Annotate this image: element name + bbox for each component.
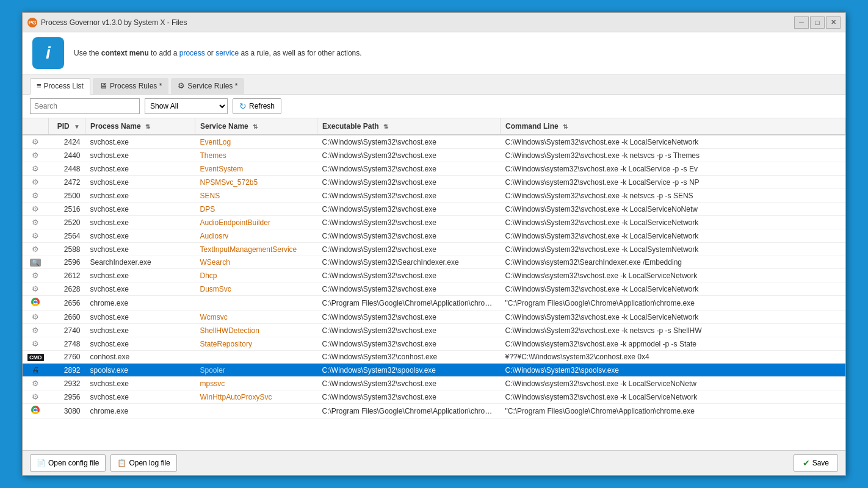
refresh-button[interactable]: ↻ Refresh	[233, 98, 281, 114]
close-button[interactable]: ✕	[826, 16, 841, 29]
table-row[interactable]: ⚙ 2628 svchost.exe DusmSvc C:\Windows\Sy…	[23, 282, 845, 296]
table-row[interactable]: ⚙ 2424 svchost.exe EventLog C:\Windows\S…	[23, 135, 845, 149]
table-row[interactable]: ⚙ 2520 svchost.exe AudioEndpointBuilder …	[23, 216, 845, 229]
row-pid: 2740	[49, 324, 85, 337]
col-header-path[interactable]: Executable Path ⇅	[317, 118, 501, 135]
show-all-select[interactable]: Show All Show Services Show Non-Services	[145, 98, 228, 114]
tab-process-rules-label: Process Rules *	[110, 82, 162, 90]
table-row[interactable]: 🖨 2892 spoolsv.exe Spooler C:\Windows\Sy…	[23, 364, 845, 377]
open-config-button[interactable]: 📄 Open config file	[30, 454, 106, 472]
cmd-sort-arrow: ⇅	[563, 123, 568, 130]
path-sort-arrow: ⇅	[383, 123, 388, 130]
row-icon-cell: ⚙	[23, 243, 49, 256]
gear-icon: ⚙	[32, 271, 39, 280]
row-pid: 2596	[49, 256, 85, 269]
process-table-container[interactable]: PID ▼ Process Name ⇅ Service Name ⇅ Ex	[23, 118, 845, 450]
search-input[interactable]	[30, 98, 140, 114]
row-command-line: C:\Windows\System32\svchost.exe -k Local…	[501, 203, 845, 216]
table-row[interactable]: ⚙ 2612 svchost.exe Dhcp C:\Windows\Syste…	[23, 269, 845, 282]
process-rules-icon: 🖥	[99, 81, 107, 90]
table-row[interactable]: ⚙ 2500 svchost.exe SENS C:\Windows\Syste…	[23, 189, 845, 203]
gear-icon: ⚙	[32, 178, 39, 187]
row-pid: 2472	[49, 176, 85, 189]
gear-icon: ⚙	[32, 231, 39, 240]
row-icon-cell: ⚙	[23, 377, 49, 390]
row-executable-path: C:\Windows\System32\svchost.exe	[317, 377, 501, 390]
table-row[interactable]: ⚙ 2740 svchost.exe ShellHWDetection C:\W…	[23, 324, 845, 337]
row-icon-cell: ⚙	[23, 310, 49, 324]
row-pid: 2760	[49, 351, 85, 364]
table-row[interactable]: ⚙ 2588 svchost.exe TextInputManagementSe…	[23, 243, 845, 256]
service-name-link: EventSystem	[200, 165, 244, 173]
col-header-cmd[interactable]: Command Line ⇅	[501, 118, 845, 135]
header-info: i Use the context menu to add a process …	[23, 32, 845, 74]
row-process-name: svchost.exe	[85, 176, 195, 189]
row-executable-path: C:\Windows\System32\svchost.exe	[317, 149, 501, 162]
table-row[interactable]: 2656 chrome.exe C:\Program Files\Google\…	[23, 296, 845, 310]
col-header-service[interactable]: Service Name ⇅	[195, 118, 317, 135]
row-service-name: Dhcp	[195, 269, 317, 282]
open-log-button[interactable]: 📋 Open log file	[110, 454, 176, 472]
col-header-pid[interactable]: PID ▼	[49, 118, 85, 135]
gear-icon: ⚙	[32, 312, 39, 321]
row-command-line: ¥??¥C:\Windows\system32\conhost.exe 0x4	[501, 351, 845, 364]
log-icon: 📋	[117, 459, 126, 467]
maximize-button[interactable]: □	[810, 16, 825, 29]
table-row[interactable]: 3080 chrome.exe C:\Program Files\Google\…	[23, 404, 845, 418]
row-pid: 2520	[49, 216, 85, 229]
service-name-link: mpssvc	[200, 379, 225, 388]
row-icon-cell: ⚙	[23, 269, 49, 282]
row-pid: 2892	[49, 364, 85, 377]
table-row[interactable]: ⚙ 2956 svchost.exe WinHttpAutoProxySvc C…	[23, 390, 845, 404]
gear-icon: ⚙	[32, 339, 39, 348]
tab-service-rules[interactable]: ⚙ Service Rules *	[171, 78, 244, 94]
table-row[interactable]: ⚙ 2448 svchost.exe EventSystem C:\Window…	[23, 162, 845, 176]
table-row[interactable]: ⚙ 2564 svchost.exe Audiosrv C:\Windows\S…	[23, 229, 845, 243]
tab-process-list[interactable]: ≡ Process List	[30, 78, 90, 95]
row-process-name: svchost.exe	[85, 135, 195, 149]
row-service-name	[195, 296, 317, 310]
service-name-link: AudioEndpointBuilder	[200, 218, 270, 227]
row-service-name: Spooler	[195, 364, 317, 377]
table-row[interactable]: 🔍 2596 SearchIndexer.exe WSearch C:\Wind…	[23, 256, 845, 269]
table-row[interactable]: ⚙ 2472 svchost.exe NPSMSvc_572b5 C:\Wind…	[23, 176, 845, 189]
row-command-line: C:\Windows\System32\svchost.exe -k Local…	[501, 282, 845, 296]
row-icon-cell: ⚙	[23, 282, 49, 296]
app-icon-small: PG	[27, 18, 37, 27]
save-icon: ✔	[803, 458, 810, 468]
service-name-link: Audiosrv	[200, 232, 229, 240]
service-rules-icon: ⚙	[178, 81, 185, 90]
row-command-line: C:\Windows\system32\SearchIndexer.exe /E…	[501, 256, 845, 269]
process-sort-arrow: ⇅	[145, 123, 150, 130]
service-link[interactable]: service	[215, 49, 239, 57]
chrome-icon	[31, 298, 40, 306]
footer: 📄 Open config file 📋 Open log file ✔ Sav…	[23, 450, 845, 475]
row-icon-cell: ⚙	[23, 337, 49, 351]
row-command-line: C:\Windows\system32\svchost.exe -k appmo…	[501, 337, 845, 351]
col-header-icon[interactable]	[23, 118, 49, 135]
cmd-icon: CMD	[27, 354, 44, 361]
gear-icon: ⚙	[32, 164, 39, 173]
table-row[interactable]: ⚙ 2660 svchost.exe Wcmsvc C:\Windows\Sys…	[23, 310, 845, 324]
row-icon-cell: ⚙	[23, 216, 49, 229]
row-icon-cell	[23, 296, 49, 310]
table-row[interactable]: ⚙ 2440 svchost.exe Themes C:\Windows\Sys…	[23, 149, 845, 162]
table-row[interactable]: ⚙ 2748 svchost.exe StateRepository C:\Wi…	[23, 337, 845, 351]
row-command-line: C:\Windows\System32\svchost.exe -k Local…	[501, 216, 845, 229]
row-pid: 2588	[49, 243, 85, 256]
table-row[interactable]: ⚙ 2932 svchost.exe mpssvc C:\Windows\Sys…	[23, 377, 845, 390]
row-service-name: Themes	[195, 149, 317, 162]
save-button[interactable]: ✔ Save	[794, 454, 838, 472]
row-pid: 2612	[49, 269, 85, 282]
row-process-name: svchost.exe	[85, 243, 195, 256]
table-row[interactable]: CMD 2760 conhost.exe C:\Windows\System32…	[23, 351, 845, 364]
row-pid: 2564	[49, 229, 85, 243]
minimize-button[interactable]: ─	[794, 16, 809, 29]
row-process-name: svchost.exe	[85, 216, 195, 229]
process-link[interactable]: process	[179, 49, 205, 57]
row-process-name: spoolsv.exe	[85, 364, 195, 377]
service-name-link: NPSMSvc_572b5	[200, 178, 258, 187]
table-row[interactable]: ⚙ 2516 svchost.exe DPS C:\Windows\System…	[23, 203, 845, 216]
col-header-process[interactable]: Process Name ⇅	[85, 118, 195, 135]
tab-process-rules[interactable]: 🖥 Process Rules *	[93, 78, 168, 94]
